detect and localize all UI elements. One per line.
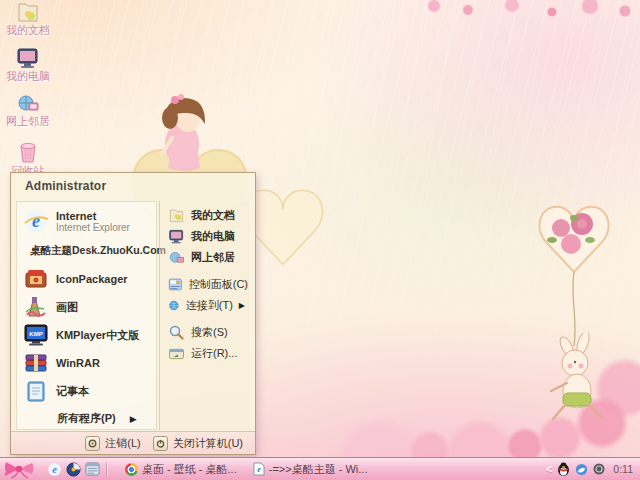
menu-item-label: KMPlayer中文版	[56, 328, 139, 343]
menu-item-sublabel: Internet Explorer	[56, 222, 130, 233]
shutdown-label: 关闭计算机(U)	[173, 436, 243, 451]
menu-item-zhuoku-theme[interactable]: ZK 桌酷主题Desk.ZhuoKu.Com	[17, 237, 156, 265]
girl-illustration	[148, 88, 220, 174]
internet-explorer-icon: e	[23, 208, 49, 234]
run-icon	[168, 347, 185, 361]
menu-item-winrar[interactable]: WinRAR	[17, 349, 156, 377]
task-button-zhuoku-theme[interactable]: e -=>>桌酷主题 - Wi...	[249, 461, 372, 478]
chrome-icon	[125, 463, 138, 476]
svg-text:e: e	[52, 463, 57, 474]
menu-item-my-documents[interactable]: 我的文档	[160, 205, 250, 226]
start-button[interactable]	[3, 459, 37, 479]
winrar-icon	[23, 351, 49, 375]
menu-item-label: WinRAR	[56, 357, 100, 369]
notepad-icon	[23, 379, 49, 403]
svg-text:KMP: KMP	[29, 331, 42, 337]
menu-item-notepad[interactable]: 记事本	[17, 377, 156, 405]
control-panel-icon	[168, 277, 183, 292]
media-player-icon	[66, 462, 81, 477]
menu-item-kmplayer[interactable]: KMP KMPlayer中文版	[17, 321, 156, 349]
outlook-window-icon	[85, 462, 100, 476]
taskbar: e 桌面 - 壁纸 - 桌酷... e	[0, 457, 640, 480]
desktop-icon-network-places[interactable]: 网上邻居	[4, 94, 52, 127]
start-menu: Administrator e Internet Internet Explor…	[10, 172, 256, 455]
menu-item-label: 我的电脑	[191, 229, 235, 244]
flower-decoration	[320, 328, 640, 458]
all-programs-button[interactable]: 所有程序(P) ▶	[17, 411, 156, 426]
power-icon	[153, 436, 168, 451]
desktop-icon-my-computer[interactable]: 我的电脑	[4, 47, 52, 82]
svg-text:e: e	[32, 211, 40, 231]
menu-item-search[interactable]: 搜索(S)	[160, 322, 250, 343]
search-icon	[168, 325, 185, 340]
menu-item-label: 桌酷主题Desk.ZhuoKu.Com	[30, 244, 166, 258]
all-programs-label: 所有程序(P)	[57, 411, 116, 426]
my-documents-icon	[168, 208, 185, 223]
taskbar-separator	[106, 462, 107, 476]
desktop-icon-my-documents[interactable]: 我的文档	[4, 1, 52, 36]
iconpackager-icon	[23, 267, 49, 291]
menu-item-label: 记事本	[56, 384, 89, 399]
my-computer-icon	[16, 47, 40, 69]
desktop: 我的文档 我的电脑 网上邻居 回收站 Administrator	[0, 0, 640, 480]
menu-item-label: 控制面板(C)	[189, 277, 248, 292]
start-menu-footer: 注销(L) 关闭计算机(U)	[11, 431, 255, 454]
chevron-right-icon: ▶	[130, 414, 137, 424]
icon-label: 我的电脑	[6, 70, 50, 82]
menu-item-label: IconPackager	[56, 273, 128, 285]
internet-explorer-icon: e	[47, 462, 62, 477]
my-documents-icon	[16, 1, 40, 23]
paint-icon	[23, 295, 49, 319]
status-dot-icon[interactable]	[593, 463, 605, 475]
svg-text:e: e	[257, 465, 261, 474]
ie-document-icon: e	[253, 462, 265, 476]
start-menu-user: Administrator	[11, 173, 255, 199]
task-label: 桌面 - 壁纸 - 桌酷...	[142, 462, 237, 477]
qq-icon[interactable]	[557, 462, 570, 476]
task-button-desktop-wallpaper[interactable]: 桌面 - 壁纸 - 桌酷...	[121, 461, 241, 478]
menu-item-label: 我的文档	[191, 208, 235, 223]
network-places-icon	[168, 251, 185, 265]
start-menu-left-column: e Internet Internet Explorer ZK 桌酷主题Desk…	[16, 201, 157, 430]
menu-item-paint[interactable]: 画图	[17, 293, 156, 321]
menu-item-internet[interactable]: e Internet Internet Explorer	[17, 205, 156, 237]
menu-item-iconpackager[interactable]: IconPackager	[17, 265, 156, 293]
tray-collapse-chevron[interactable]: <	[546, 463, 552, 475]
system-tray: < 0:11	[546, 462, 640, 476]
logoff-label: 注销(L)	[105, 436, 140, 451]
task-label: -=>>桌酷主题 - Wi...	[269, 462, 368, 477]
menu-item-run[interactable]: 运行(R)...	[160, 343, 250, 364]
icon-label: 我的文档	[6, 24, 50, 36]
shutdown-button[interactable]: 关闭计算机(U)	[153, 436, 243, 451]
logoff-button[interactable]: 注销(L)	[85, 436, 140, 451]
bunny-illustration	[545, 333, 617, 433]
my-computer-icon	[168, 229, 185, 244]
menu-item-label: 运行(R)...	[191, 346, 237, 361]
menu-item-label: 搜索(S)	[191, 325, 228, 340]
menu-item-network-places[interactable]: 网上邻居	[160, 247, 250, 268]
menu-item-connect-to[interactable]: 连接到(T) ▶	[160, 295, 250, 316]
messenger-icon[interactable]	[575, 463, 588, 476]
menu-item-control-panel[interactable]: 控制面板(C)	[160, 274, 250, 295]
start-menu-right-column: 我的文档 我的电脑 网上邻居	[159, 201, 250, 430]
menu-item-label: 连接到(T)	[186, 298, 233, 313]
network-places-icon	[16, 94, 40, 114]
taskbar-clock[interactable]: 0:11	[613, 463, 633, 475]
menu-item-label: 网上邻居	[191, 250, 235, 265]
menu-item-label: 画图	[56, 300, 78, 315]
petal-decoration	[420, 0, 640, 28]
kmplayer-icon: KMP	[23, 323, 49, 347]
chevron-right-icon: ▶	[239, 301, 248, 310]
menu-item-label: Internet	[56, 210, 130, 222]
quicklaunch-outlook[interactable]	[85, 462, 100, 476]
menu-item-my-computer[interactable]: 我的电脑	[160, 226, 250, 247]
icon-label: 网上邻居	[6, 115, 50, 127]
connect-to-icon	[168, 298, 180, 313]
rose-heart-balloon	[530, 198, 618, 358]
quicklaunch-media-player[interactable]	[66, 462, 81, 477]
recycle-bin-icon	[16, 140, 40, 164]
quicklaunch-internet-explorer[interactable]: e	[47, 462, 62, 477]
logoff-icon	[85, 436, 100, 451]
